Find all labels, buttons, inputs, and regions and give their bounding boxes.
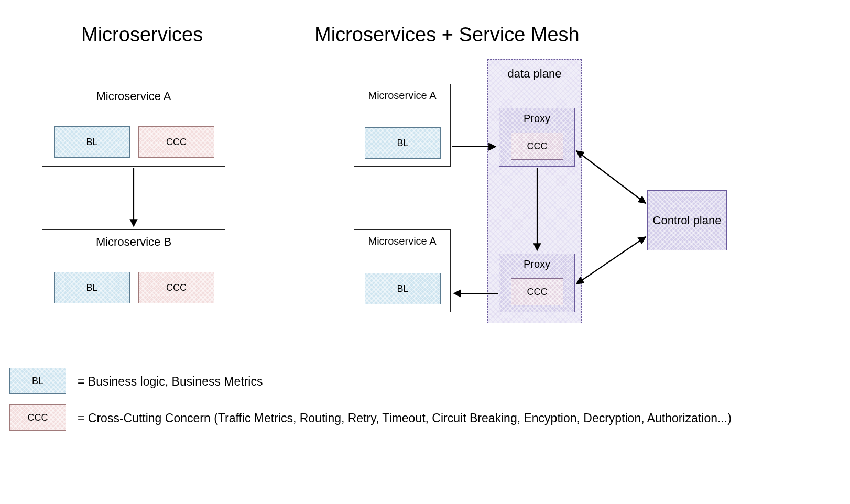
right-service-a-box: Microservice A BL xyxy=(354,84,451,167)
legend-bl-box: BL xyxy=(9,368,66,394)
legend-ccc-desc: = Cross-Cutting Concern (Traffic Metrics… xyxy=(78,411,732,425)
right-service-a-title: Microservice A xyxy=(354,90,450,102)
right-service-a-bl: BL xyxy=(365,127,441,159)
proxy-2-box: Proxy CCC xyxy=(499,254,575,312)
service-b-bl: BL xyxy=(54,272,130,303)
proxy-2-title: Proxy xyxy=(499,258,574,270)
legend-ccc-box: CCC xyxy=(9,404,66,431)
right-service-b-title: Microservice A xyxy=(354,235,450,247)
arrow-proxy2-control xyxy=(576,237,646,284)
right-service-b-bl: BL xyxy=(365,273,441,304)
heading-left: Microservices xyxy=(81,24,203,46)
service-b-title: Microservice B xyxy=(42,235,225,249)
service-a-ccc: CCC xyxy=(138,126,214,158)
right-service-b-box: Microservice A BL xyxy=(354,229,451,312)
proxy-1-box: Proxy CCC xyxy=(499,108,575,167)
service-a-bl: BL xyxy=(54,126,130,158)
proxy-1-ccc: CCC xyxy=(511,133,563,160)
service-b-box: Microservice B BL CCC xyxy=(42,229,225,312)
data-plane-label: data plane xyxy=(488,67,581,81)
control-plane-box: Control plane xyxy=(647,190,727,250)
service-a-title: Microservice A xyxy=(42,90,225,103)
arrow-proxy1-control xyxy=(576,151,646,203)
proxy-1-title: Proxy xyxy=(499,113,574,125)
legend-bl-desc: = Business logic, Business Metrics xyxy=(78,375,263,389)
heading-right: Microservices + Service Mesh xyxy=(314,24,580,46)
service-a-box: Microservice A BL CCC xyxy=(42,84,225,167)
service-b-ccc: CCC xyxy=(138,272,214,303)
proxy-2-ccc: CCC xyxy=(511,278,563,305)
